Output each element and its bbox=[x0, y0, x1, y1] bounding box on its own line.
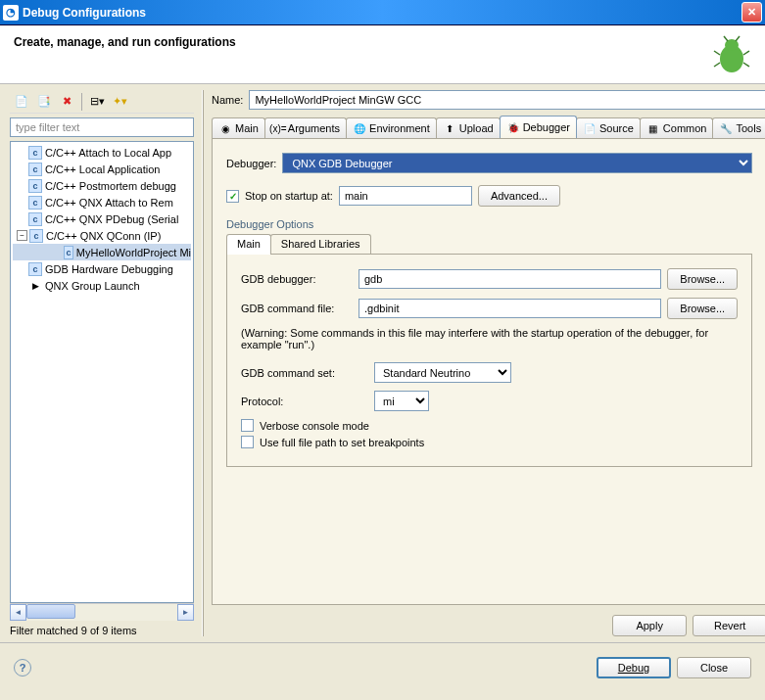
tree-item-qnx-pdebug[interactable]: cC/C++ QNX PDebug (Serial bbox=[13, 210, 191, 227]
fullpath-checkbox[interactable] bbox=[241, 436, 254, 448]
scroll-left-icon[interactable]: ◄ bbox=[10, 604, 26, 621]
debugger-options-panel: GDB debugger: Browse... GDB command file… bbox=[226, 254, 752, 467]
c-icon: c bbox=[28, 196, 42, 210]
dialog-footer: ? Debug Close bbox=[0, 642, 765, 691]
svg-line-7 bbox=[736, 36, 740, 41]
config-tree[interactable]: cC/C++ Attach to Local App cC/C++ Local … bbox=[10, 141, 194, 603]
gdb-debugger-label: GDB debugger: bbox=[241, 273, 353, 285]
protocol-label: Protocol: bbox=[241, 396, 368, 407]
debugger-panel: Debugger: QNX GDB Debugger Stop on start… bbox=[212, 138, 765, 605]
revert-button[interactable]: Revert bbox=[693, 615, 765, 636]
left-panel: 📄 📑 ✖ ⊟▾ ✦▾ cC/C++ Attach to Local App c… bbox=[10, 90, 194, 636]
config-toolbar: 📄 📑 ✖ ⊟▾ ✦▾ bbox=[10, 90, 194, 114]
filter-button[interactable]: ✦▾ bbox=[110, 92, 129, 112]
fullpath-label: Use full file path to set breakpoints bbox=[260, 437, 424, 448]
stop-on-startup-input[interactable] bbox=[339, 186, 472, 206]
tab-common[interactable]: ▦Common bbox=[640, 117, 714, 138]
content-area: 📄 📑 ✖ ⊟▾ ✦▾ cC/C++ Attach to Local App c… bbox=[0, 84, 765, 636]
debugger-select[interactable]: QNX GDB Debugger bbox=[282, 153, 752, 173]
upload-tab-icon: ⬆ bbox=[443, 121, 456, 135]
svg-line-4 bbox=[743, 51, 749, 55]
duplicate-config-button[interactable]: 📑 bbox=[34, 92, 54, 112]
protocol-select[interactable]: mi bbox=[374, 391, 429, 411]
tab-upload[interactable]: ⬆Upload bbox=[436, 117, 501, 138]
source-tab-icon: 📄 bbox=[583, 121, 597, 135]
launch-group-icon: ▶ bbox=[28, 279, 42, 293]
c-icon: c bbox=[28, 146, 42, 160]
app-icon: ◔ bbox=[3, 5, 19, 21]
stop-on-startup-checkbox[interactable] bbox=[226, 190, 239, 203]
main-tab-icon: ◉ bbox=[218, 121, 232, 135]
scroll-track[interactable] bbox=[26, 604, 177, 621]
svg-line-2 bbox=[714, 51, 720, 55]
scroll-thumb[interactable] bbox=[26, 604, 75, 619]
tab-arguments[interactable]: (x)=Arguments bbox=[264, 117, 347, 138]
gdb-debugger-input[interactable] bbox=[359, 269, 661, 289]
filter-status: Filter matched 9 of 9 items bbox=[10, 625, 194, 636]
new-config-button[interactable]: 📄 bbox=[12, 92, 31, 112]
c-icon: c bbox=[64, 246, 73, 259]
browse-cmdfile-button[interactable]: Browse... bbox=[667, 298, 738, 319]
tree-item-qnx-attach-remote[interactable]: cC/C++ QNX Attach to Rem bbox=[13, 194, 191, 210]
c-icon: c bbox=[28, 163, 42, 176]
args-tab-icon: (x)= bbox=[271, 121, 285, 135]
debugger-tab-icon: 🐞 bbox=[506, 120, 520, 134]
tools-tab-icon: 🔧 bbox=[719, 121, 733, 135]
gdb-cmdset-select[interactable]: Standard Neutrino bbox=[374, 362, 511, 383]
env-tab-icon: 🌐 bbox=[353, 121, 366, 135]
tree-item-local-app[interactable]: cC/C++ Local Application bbox=[13, 161, 191, 177]
apply-button[interactable]: Apply bbox=[612, 615, 687, 636]
debug-button[interactable]: Debug bbox=[597, 657, 671, 678]
inner-tab-main[interactable]: Main bbox=[226, 234, 271, 255]
tree-item-qnx-qconn[interactable]: −cC/C++ QNX QConn (IP) bbox=[13, 227, 191, 244]
c-icon: c bbox=[28, 179, 42, 193]
svg-line-5 bbox=[743, 63, 749, 67]
common-tab-icon: ▦ bbox=[646, 121, 660, 135]
dialog-header: Create, manage, and run configurations bbox=[0, 25, 765, 84]
sash-divider[interactable] bbox=[202, 90, 204, 636]
close-button[interactable]: Close bbox=[677, 657, 751, 678]
c-icon: c bbox=[28, 262, 42, 276]
c-icon: c bbox=[29, 229, 43, 243]
svg-line-6 bbox=[724, 36, 728, 41]
debugger-options-tabs: Main Shared Libraries bbox=[226, 234, 752, 255]
tab-source[interactable]: 📄Source bbox=[576, 117, 641, 138]
bug-icon bbox=[712, 35, 751, 74]
svg-line-3 bbox=[714, 63, 720, 67]
help-icon[interactable]: ? bbox=[14, 659, 31, 677]
tab-main[interactable]: ◉Main bbox=[212, 117, 265, 138]
inner-tab-shared-libs[interactable]: Shared Libraries bbox=[270, 234, 371, 255]
browse-gdb-button[interactable]: Browse... bbox=[667, 268, 738, 290]
config-tabs: ◉Main (x)=Arguments 🌐Environment ⬆Upload… bbox=[212, 116, 765, 138]
close-icon[interactable]: ✕ bbox=[741, 2, 762, 23]
tab-environment[interactable]: 🌐Environment bbox=[346, 117, 437, 138]
window-title: Debug Configurations bbox=[23, 6, 741, 20]
filter-input[interactable] bbox=[10, 117, 194, 137]
tree-item-postmortem[interactable]: cC/C++ Postmortem debugg bbox=[13, 177, 191, 194]
tree-item-qnx-group-launch[interactable]: ▶QNX Group Launch bbox=[13, 277, 191, 294]
name-label: Name: bbox=[212, 94, 243, 106]
stop-on-startup-label: Stop on startup at: bbox=[245, 190, 333, 202]
debugger-label: Debugger: bbox=[226, 158, 276, 169]
gdb-cmdfile-input[interactable] bbox=[359, 299, 661, 318]
verbose-label: Verbose console mode bbox=[260, 420, 369, 432]
tab-tools[interactable]: 🔧Tools bbox=[712, 117, 765, 138]
tree-item-attach-local[interactable]: cC/C++ Attach to Local App bbox=[13, 144, 191, 161]
tree-item-myhelloworld[interactable]: cMyHelloWorldProject Mi bbox=[13, 244, 191, 260]
debugger-options-label: Debugger Options bbox=[226, 218, 752, 230]
collapse-all-button[interactable]: ⊟▾ bbox=[87, 92, 107, 112]
page-title: Create, manage, and run configurations bbox=[14, 35, 712, 49]
horizontal-scrollbar[interactable]: ◄ ► bbox=[10, 603, 194, 621]
delete-config-button[interactable]: ✖ bbox=[57, 92, 76, 112]
verbose-checkbox[interactable] bbox=[241, 419, 254, 432]
gdb-cmdfile-label: GDB command file: bbox=[241, 303, 353, 314]
name-input[interactable] bbox=[249, 90, 765, 110]
scroll-right-icon[interactable]: ► bbox=[177, 604, 194, 621]
collapse-twisty-icon[interactable]: − bbox=[17, 230, 27, 241]
tab-debugger[interactable]: 🐞Debugger bbox=[500, 116, 577, 138]
tree-item-gdb-hardware[interactable]: cGDB Hardware Debugging bbox=[13, 260, 191, 277]
gdb-cmdset-label: GDB command set: bbox=[241, 367, 368, 379]
gdb-warning-text: (Warning: Some commands in this file may… bbox=[241, 327, 738, 350]
titlebar: ◔ Debug Configurations ✕ bbox=[0, 0, 765, 25]
advanced-button[interactable]: Advanced... bbox=[478, 185, 560, 207]
